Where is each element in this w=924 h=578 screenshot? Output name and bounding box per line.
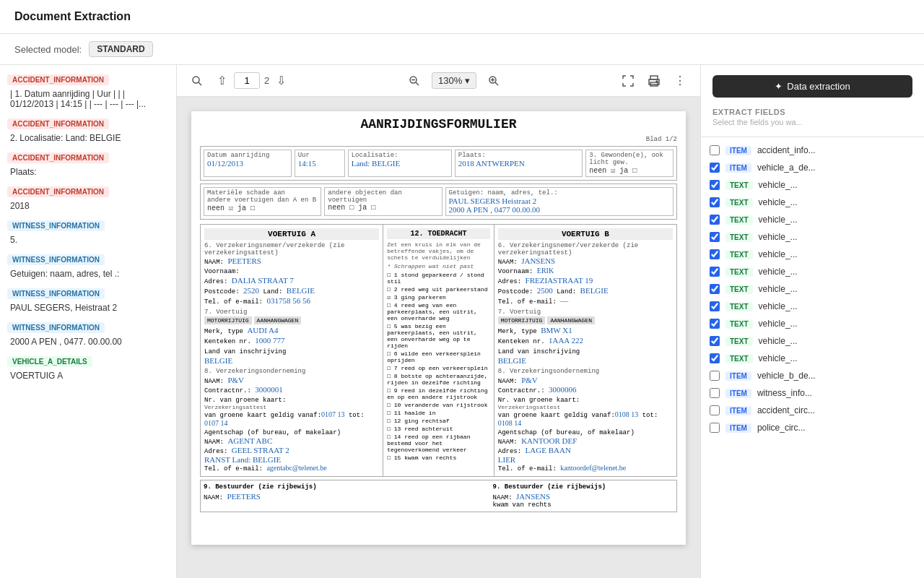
field-name: vehicle_b_de... — [757, 371, 816, 381]
field-checkbox-vehicle-text-3[interactable] — [710, 215, 720, 225]
field-row-police-circ: ITEM police_circ... — [701, 419, 924, 436]
field-type-badge-text: TEXT — [725, 319, 753, 329]
field-type-badge-text: TEXT — [725, 233, 753, 242]
field-name: vehicle_... — [759, 336, 798, 346]
left-panel: ACCIDENT_INFORMATION | 1. Datum aanrijdi… — [0, 65, 177, 578]
field-type-badge-item: ITEM — [725, 406, 751, 415]
tag-witness-info-3: WITNESS_INFORMATION — [7, 288, 105, 299]
tag-vehicle-a: VEHICLE_A_DETAILS — [7, 356, 92, 367]
form-title: AANRIJDINGSFORMULIER — [200, 117, 677, 131]
right-panel: ✦ Data extraction EXTRACT FIELDS Select … — [700, 65, 924, 578]
tag-value: 2018 — [7, 199, 169, 212]
next-page-button[interactable]: ⇩ — [274, 71, 289, 90]
field-checkbox-accident-info[interactable] — [710, 145, 720, 155]
field-checkbox-vehicle-text-9[interactable] — [710, 319, 720, 329]
svg-line-8 — [495, 82, 498, 85]
page-input[interactable] — [234, 72, 260, 89]
field-checkbox-vehicle-text-8[interactable] — [710, 301, 720, 311]
form-subtitle: Blad 1/2 — [200, 136, 677, 143]
field-row-witness-info: ITEM witness_info... — [701, 384, 924, 402]
field-row-vehicle-text-3: TEXT vehicle_... — [701, 211, 924, 228]
field-type-badge-text: TEXT — [725, 250, 753, 259]
field-checkbox-vehicle-text-1[interactable] — [710, 180, 720, 190]
extract-fields-sublabel: Select the fields you wa... — [712, 118, 912, 126]
svg-line-1 — [199, 82, 201, 85]
field-row-vehicle-text-11: TEXT vehicle_... — [701, 350, 924, 367]
data-extraction-button[interactable]: ✦ Data extraction — [712, 75, 912, 98]
page-navigation: ⇧ 2 ⇩ — [214, 71, 289, 90]
field-name: vehicle_... — [759, 232, 798, 242]
tag-value: | 1. Datum aanrijding | Uur | | |01/12/2… — [7, 87, 169, 111]
field-row-vehicle-text-7: TEXT vehicle_... — [701, 280, 924, 298]
field-checkbox-accident-circ[interactable] — [710, 405, 720, 415]
zoom-out-button[interactable] — [406, 72, 423, 90]
tag-witness-info-4: WITNESS_INFORMATION — [7, 322, 105, 333]
more-options-button[interactable]: ⋮ — [671, 71, 689, 90]
field-name: accident_circ... — [757, 405, 815, 415]
field-row-accident-info: ITEM accident_info... — [701, 142, 924, 159]
tag-value: PAUL SEGERS, Heistraat 2 — [7, 301, 169, 314]
model-badge[interactable]: STANDARD — [89, 41, 152, 57]
field-name: vehicle_... — [759, 319, 798, 329]
field-type-badge-item: ITEM — [725, 423, 751, 433]
field-type-badge-item: ITEM — [725, 146, 751, 155]
field-checkbox-vehicle-text-6[interactable] — [710, 267, 720, 277]
field-checkbox-police-circ[interactable] — [710, 423, 720, 433]
field-name: vehicle_... — [759, 215, 798, 225]
field-type-badge-item: ITEM — [725, 163, 751, 173]
document: AANRIJDINGSFORMULIER Blad 1/2 Datum aanr… — [191, 111, 686, 545]
field-row-vehicle-text-2: TEXT vehicle_... — [701, 194, 924, 211]
prev-page-button[interactable]: ⇧ — [214, 71, 230, 90]
list-item: ACCIDENT_INFORMATION 2. Localisatie: Lan… — [7, 116, 169, 144]
field-row-accident-circ: ITEM accident_circ... — [701, 402, 924, 419]
zoom-in-button[interactable] — [485, 72, 502, 90]
field-checkbox-vehicle-text-11[interactable] — [710, 353, 720, 363]
search-button[interactable] — [188, 72, 206, 90]
list-item: ACCIDENT_INFORMATION 2018 — [7, 184, 169, 212]
field-type-badge-text: TEXT — [725, 302, 753, 311]
print-button[interactable] — [645, 72, 663, 90]
tag-value: VOERTUIG A — [7, 369, 169, 382]
field-type-badge-item: ITEM — [725, 389, 751, 398]
field-checkbox-vehicle-text-4[interactable] — [710, 232, 720, 242]
field-checkbox-witness-info[interactable] — [710, 388, 720, 398]
field-name: vehicle_... — [759, 353, 798, 363]
tag-accident-info-3: ACCIDENT_INFORMATION — [7, 152, 109, 163]
field-name: accident_info... — [757, 145, 816, 155]
tag-value: Plaats: — [7, 165, 169, 178]
field-row-vehicle-a-de: ITEM vehicle_a_de... — [701, 159, 924, 176]
fit-page-button[interactable] — [619, 72, 637, 90]
field-type-badge-text: TEXT — [725, 215, 753, 225]
chevron-down-icon: ▾ — [465, 75, 470, 86]
tag-witness-info-2: WITNESS_INFORMATION — [7, 254, 105, 265]
zoom-control[interactable]: 130% ▾ — [432, 72, 476, 89]
svg-point-0 — [193, 77, 199, 83]
page-total: 2 — [264, 75, 269, 86]
field-checkbox-vehicle-text-2[interactable] — [710, 197, 720, 207]
field-type-badge-text: TEXT — [725, 337, 753, 346]
field-type-badge-text: TEXT — [725, 198, 753, 207]
field-row-vehicle-text-1: TEXT vehicle_... — [701, 176, 924, 194]
field-checkbox-vehicle-text-5[interactable] — [710, 249, 720, 259]
list-item: WITNESS_INFORMATION Getuigen: naam, adre… — [7, 252, 169, 280]
list-item: VEHICLE_A_DETAILS VOERTUIG A — [7, 354, 169, 382]
field-type-badge-text: TEXT — [725, 181, 753, 190]
field-name: witness_info... — [757, 388, 812, 398]
field-row-vehicle-text-4: TEXT vehicle_... — [701, 228, 924, 246]
field-checkbox-vehicle-b-de[interactable] — [710, 371, 720, 381]
field-type-badge-text: TEXT — [725, 285, 753, 294]
right-panel-header: ✦ Data extraction EXTRACT FIELDS Select … — [701, 65, 924, 137]
field-checkbox-vehicle-a-de[interactable] — [710, 163, 720, 173]
sparkle-icon: ✦ — [775, 81, 783, 92]
field-checkbox-vehicle-text-10[interactable] — [710, 336, 720, 346]
field-row-vehicle-text-6: TEXT vehicle_... — [701, 263, 924, 280]
field-type-badge-text: TEXT — [725, 354, 753, 363]
tag-value: 5. — [7, 233, 169, 246]
svg-point-11 — [656, 81, 658, 82]
field-row-vehicle-text-10: TEXT vehicle_... — [701, 332, 924, 350]
field-type-badge-item: ITEM — [725, 371, 751, 381]
list-item: WITNESS_INFORMATION 5. — [7, 218, 169, 246]
field-checkbox-vehicle-text-7[interactable] — [710, 284, 720, 294]
tag-accident-info-4: ACCIDENT_INFORMATION — [7, 186, 109, 197]
page-title: Document Extraction — [14, 10, 131, 22]
